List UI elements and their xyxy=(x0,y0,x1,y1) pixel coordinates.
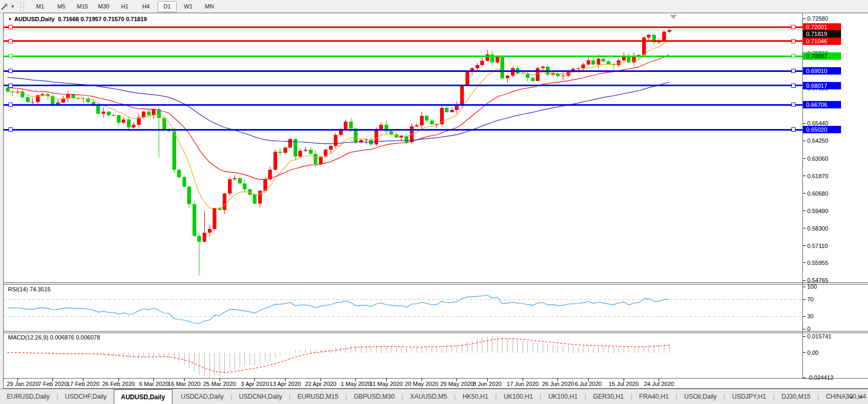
date-label: 6 Mar 2020 xyxy=(139,381,169,387)
timeframe-button-M1[interactable]: M1 xyxy=(31,1,50,12)
macd-histogram xyxy=(7,336,669,378)
date-label: 1 May 2020 xyxy=(341,381,371,387)
tab-USDJPY-H1[interactable]: USDJPY,H1 xyxy=(725,389,773,404)
date-label: 15 Jul 2020 xyxy=(609,381,639,387)
timeframe-button-M30[interactable]: M30 xyxy=(94,1,113,12)
toolbar-grip[interactable] xyxy=(20,3,24,11)
timeframe-button-W1[interactable]: W1 xyxy=(179,1,198,12)
macd-indicator-label: MACD(12,26,9) 0.006876 0.006078 xyxy=(8,334,100,341)
chart-canvas[interactable] xyxy=(4,13,868,389)
date-label: 7 Feb 2020 xyxy=(38,381,68,387)
price-tick-label: 0.54765 xyxy=(807,277,828,283)
draw-tool-icon[interactable] xyxy=(1,2,9,11)
timeframe-button-MN[interactable]: MN xyxy=(200,1,219,12)
tab-XAUUSD-M5[interactable]: XAUUSD,M5 xyxy=(403,389,454,404)
date-label: 26 Jun 2020 xyxy=(542,381,574,387)
price-tick-label: 0.55955 xyxy=(807,260,828,266)
tab-scroll-left-icon[interactable]: ◂ xyxy=(849,393,853,400)
tab-USDCNH-Daily[interactable]: USDCNH,Daily xyxy=(232,389,289,404)
rsi-indicator-label: RSI(14) 74.3515 xyxy=(8,286,51,293)
macd-axis-label: -0.024412 xyxy=(807,374,834,381)
macd-axis-label: 0.00 xyxy=(807,350,818,356)
tab-GBPUSD-M30[interactable]: GBPUSD,M30 xyxy=(347,389,401,404)
price-tick-label: 0.59490 xyxy=(807,208,828,214)
date-label: 25 Mar 2020 xyxy=(203,381,236,387)
date-label: 8 Jun 2020 xyxy=(473,381,501,387)
current-price-label: 0.71819 xyxy=(803,30,841,38)
timeframe-buttons: M1M5M15M30H1H4D1W1MN xyxy=(30,1,220,12)
tab-UK100-H1[interactable]: UK100,H1 xyxy=(497,389,540,404)
price-tick-label: 0.64250 xyxy=(807,137,828,144)
tab-HK50-H1[interactable]: HK50,H1 xyxy=(455,389,495,404)
timeframe-button-H1[interactable]: H1 xyxy=(115,1,134,12)
date-label: 26 Feb 2020 xyxy=(102,381,135,387)
chart-symbol-title: AUDUSD,Daily xyxy=(14,16,54,22)
date-label: 22 Apr 2020 xyxy=(305,381,336,387)
tab-FRA40-H1[interactable]: FRA40,H1 xyxy=(632,389,675,404)
date-label: 6 Jul 2020 xyxy=(575,381,602,387)
tab-USDCHF-Daily[interactable]: USDCHF,Daily xyxy=(58,389,114,404)
date-label: 17 Feb 2020 xyxy=(67,381,99,387)
price-tick-label: 0.63060 xyxy=(807,155,828,162)
chart-window: ▼AUDUSD,Daily 0.71668 0.71957 0.71570 0.… xyxy=(3,13,868,389)
timeframe-button-M5[interactable]: M5 xyxy=(52,1,71,12)
date-label: 29 May 2020 xyxy=(440,381,474,387)
tab-USDCAD-Daily[interactable]: USDCAD,Daily xyxy=(174,389,231,404)
rsi-axis-label: 100 xyxy=(807,283,817,290)
price-tick-label: 0.57110 xyxy=(807,243,828,249)
date-label: 16 Mar 2020 xyxy=(168,381,200,387)
timeframe-toolbar: ▼ M1M5M15M30H1H4D1W1MN xyxy=(0,0,868,13)
price-tick-label: 0.61870 xyxy=(807,173,828,179)
tab-GER30-H1[interactable]: GER30,H1 xyxy=(586,389,631,404)
tab-EURUSD-Daily[interactable]: EURUSD,Daily xyxy=(0,389,57,404)
date-label: 17 Jun 2020 xyxy=(507,381,539,387)
date-label: 3 Apr 2020 xyxy=(241,381,269,387)
macd-axis-label: 0.015741 xyxy=(807,333,832,339)
chart-title-line: ▼AUDUSD,Daily 0.71668 0.71957 0.71570 0.… xyxy=(8,16,147,23)
chart-tabs: EURUSD,Daily|USDCHF,DailyAUDUSD,Daily|US… xyxy=(0,389,868,404)
chevron-down-icon[interactable]: ▼ xyxy=(11,4,15,9)
chart-tab-bar: EURUSD,Daily|USDCHF,DailyAUDUSD,Daily|US… xyxy=(0,389,868,404)
tab-USOil-Daily[interactable]: USOil,Daily xyxy=(678,389,724,404)
candles xyxy=(6,27,671,275)
timeframe-button-M15[interactable]: M15 xyxy=(73,1,92,12)
timeframe-button-D1[interactable]: D1 xyxy=(158,1,177,12)
chart-shift-marker xyxy=(670,15,677,19)
hline-price-label: 0.68017 xyxy=(803,82,841,89)
tab-scroll-controls: ◂ ▸ xyxy=(849,389,863,404)
fast-ma-line xyxy=(7,41,669,209)
macd-signal-line xyxy=(7,338,669,372)
tab-AUDUSD-Daily[interactable]: AUDUSD,Daily xyxy=(114,389,172,404)
hline-price-label: 0.66706 xyxy=(803,101,841,108)
date-label: 20 May 2020 xyxy=(405,381,438,387)
hline-price-label: 0.70007 xyxy=(803,52,841,60)
hline-price-label: 0.72001 xyxy=(803,23,841,31)
hline-price-label: 0.71046 xyxy=(803,38,841,45)
rsi-axis-label: 0 xyxy=(807,326,810,332)
tab-scroll-right-icon[interactable]: ▸ xyxy=(860,393,863,400)
price-tick-label: 0.58300 xyxy=(807,225,828,232)
hline-price-label: 0.69010 xyxy=(803,67,841,75)
price-tick-label: 0.72580 xyxy=(807,15,828,22)
hline-price-label: 0.65020 xyxy=(803,126,841,133)
chart-ohlc-values: 0.71668 0.71957 0.71570 0.71819 xyxy=(58,16,147,22)
tab-DJ30-M15[interactable]: DJ30,M15 xyxy=(775,389,818,404)
rsi-axis-label: 30 xyxy=(807,313,814,319)
date-label: 29 Jan 2020 xyxy=(7,381,39,387)
date-label: 11 May 2020 xyxy=(370,381,403,387)
rsi-axis-label: 70 xyxy=(807,296,814,302)
long-ma-line xyxy=(7,77,669,143)
price-tick-label: 0.60680 xyxy=(807,190,828,197)
timeframe-button-H4[interactable]: H4 xyxy=(136,1,156,12)
date-label: 13 Apr 2020 xyxy=(270,381,301,387)
tab-UK100-H1[interactable]: UK100,H1 xyxy=(542,389,584,404)
mt4-terminal: ▼ M1M5M15M30H1H4D1W1MN ▼AUDUSD,Daily 0.7… xyxy=(0,0,868,404)
tab-EURUSD-M15[interactable]: EURUSD,M15 xyxy=(290,389,345,404)
title-collapse-icon[interactable]: ▼ xyxy=(8,17,12,22)
date-label: 24 Jul 2020 xyxy=(644,381,674,387)
